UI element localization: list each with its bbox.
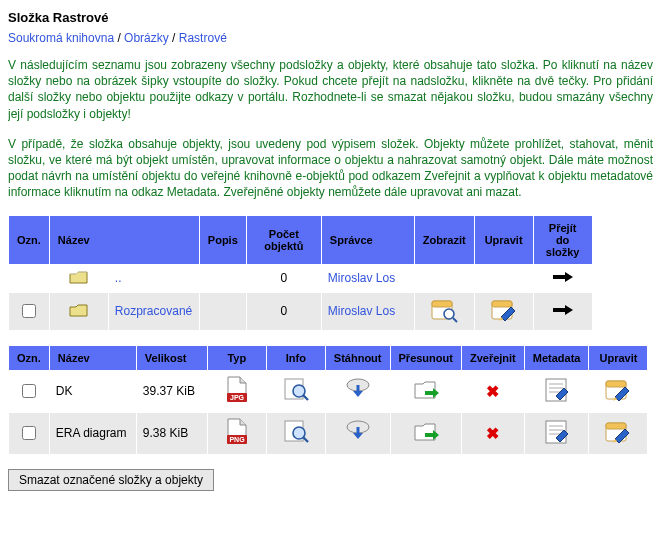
col-type: Typ bbox=[208, 346, 266, 370]
svg-line-10 bbox=[303, 395, 308, 400]
col-count: Počet objektů bbox=[247, 216, 321, 264]
page-title: Složka Rastrové bbox=[8, 10, 653, 25]
crumb-link[interactable]: Obrázky bbox=[124, 31, 169, 45]
col-metadata: Metadata bbox=[525, 346, 589, 370]
object-name: ERA diagram bbox=[50, 413, 136, 454]
svg-rect-1 bbox=[432, 301, 452, 307]
svg-rect-29 bbox=[606, 423, 626, 429]
svg-text:JPG: JPG bbox=[230, 394, 245, 401]
col-name: Název bbox=[50, 346, 136, 370]
view-icon[interactable] bbox=[429, 297, 459, 326]
folder-name-link[interactable]: Rozpracované bbox=[115, 304, 192, 318]
col-edit: Upravit bbox=[475, 216, 533, 264]
svg-rect-5 bbox=[492, 301, 512, 307]
go-arrow-icon[interactable] bbox=[551, 271, 575, 286]
edit-icon[interactable] bbox=[603, 419, 633, 448]
svg-text:PNG: PNG bbox=[229, 436, 245, 443]
folder-count: 0 bbox=[247, 293, 321, 330]
crumb-sep: / bbox=[169, 31, 179, 45]
description-paragraph: V případě, že složka obsahuje objekty, j… bbox=[8, 136, 653, 201]
col-info: Info bbox=[267, 346, 325, 370]
download-icon[interactable] bbox=[343, 376, 373, 407]
folder-name-link[interactable]: .. bbox=[115, 271, 122, 285]
publish-disabled-icon: ✖ bbox=[486, 425, 499, 442]
col-download: Stáhnout bbox=[326, 346, 390, 370]
svg-line-22 bbox=[303, 437, 308, 442]
folder-row: Rozpracované 0 Miroslav Los bbox=[9, 293, 592, 330]
metadata-icon[interactable] bbox=[542, 376, 572, 407]
publish-disabled-icon: ✖ bbox=[486, 383, 499, 400]
col-edit: Upravit bbox=[589, 346, 647, 370]
folder-admin-link[interactable]: Miroslav Los bbox=[328, 271, 395, 285]
download-icon[interactable] bbox=[343, 418, 373, 449]
object-row: ERA diagram 9.38 KiB PNG ✖ bbox=[9, 413, 647, 454]
col-view: Zobrazit bbox=[415, 216, 474, 264]
delete-selected-button[interactable]: Smazat označené složky a objekty bbox=[8, 469, 214, 491]
breadcrumbs: Soukromá knihovna / Obrázky / Rastrové bbox=[8, 31, 653, 45]
file-png-icon[interactable]: PNG bbox=[223, 417, 251, 450]
row-checkbox[interactable] bbox=[22, 426, 36, 440]
col-desc: Popis bbox=[200, 216, 246, 264]
col-name: Název bbox=[50, 216, 199, 264]
col-mark: Ozn. bbox=[9, 346, 49, 370]
folder-desc bbox=[200, 265, 246, 292]
col-mark: Ozn. bbox=[9, 216, 49, 264]
svg-rect-17 bbox=[606, 381, 626, 387]
col-admin: Správce bbox=[322, 216, 414, 264]
folder-admin-link[interactable]: Miroslav Los bbox=[328, 304, 395, 318]
folder-up-icon bbox=[69, 269, 89, 288]
info-magnify-icon[interactable] bbox=[281, 418, 311, 449]
description-paragraph: V následujícím seznamu jsou zobrazeny vš… bbox=[8, 57, 653, 122]
objects-table: Ozn. Název Velikost Typ Info Stáhnout Př… bbox=[8, 345, 648, 455]
info-magnify-icon[interactable] bbox=[281, 376, 311, 407]
go-arrow-icon[interactable] bbox=[551, 304, 575, 319]
object-size: 39.37 KiB bbox=[137, 371, 207, 412]
folders-table: Ozn. Název Popis Počet objektů Správce Z… bbox=[8, 215, 593, 331]
row-checkbox[interactable] bbox=[22, 384, 36, 398]
crumb-link[interactable]: Rastrové bbox=[179, 31, 227, 45]
col-size: Velikost bbox=[137, 346, 207, 370]
edit-icon[interactable] bbox=[603, 377, 633, 406]
object-size: 9.38 KiB bbox=[137, 413, 207, 454]
crumb-sep: / bbox=[114, 31, 124, 45]
row-checkbox[interactable] bbox=[22, 304, 36, 318]
col-publish: Zveřejnit bbox=[462, 346, 524, 370]
svg-line-3 bbox=[453, 318, 457, 322]
folder-row: .. 0 Miroslav Los bbox=[9, 265, 592, 292]
svg-point-2 bbox=[444, 309, 454, 319]
edit-icon[interactable] bbox=[489, 297, 519, 326]
metadata-icon[interactable] bbox=[542, 418, 572, 449]
object-row: DK 39.37 KiB JPG ✖ bbox=[9, 371, 647, 412]
crumb-link[interactable]: Soukromá knihovna bbox=[8, 31, 114, 45]
move-icon[interactable] bbox=[411, 376, 441, 407]
col-move: Přesunout bbox=[391, 346, 461, 370]
col-go: Přejít do složky bbox=[534, 216, 592, 264]
object-name: DK bbox=[50, 371, 136, 412]
folder-desc bbox=[200, 293, 246, 330]
file-jpg-icon[interactable]: JPG bbox=[223, 375, 251, 408]
move-icon[interactable] bbox=[411, 418, 441, 449]
folder-icon bbox=[69, 302, 89, 321]
folder-count: 0 bbox=[247, 265, 321, 292]
